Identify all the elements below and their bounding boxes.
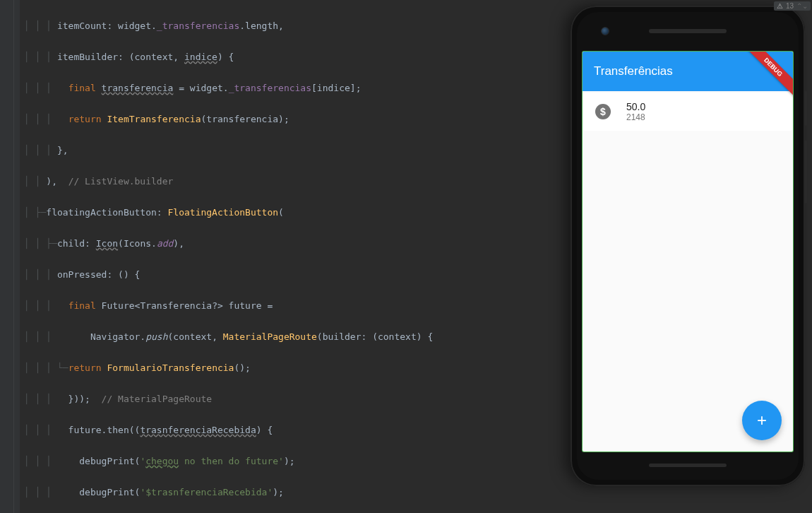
fab-add-button[interactable]: + [742, 401, 782, 440]
analysis-warning-badge[interactable]: ⚠ 13 ⌃⌄ [774, 1, 811, 11]
emulator-screen[interactable]: Transferências DEBUG 50.0 2148 + [583, 52, 793, 452]
warning-icon: ⚠ [777, 2, 783, 10]
warning-count: 13 [786, 2, 794, 10]
plus-icon: + [757, 411, 767, 430]
debug-banner: DEBUG [736, 52, 793, 108]
tile-title: 50.0 [626, 101, 645, 112]
ide-gutter [0, 0, 14, 513]
ide-gutter-fold [14, 0, 20, 513]
power-button[interactable] [805, 90, 807, 126]
monetization-icon [595, 104, 611, 119]
phone-speaker [649, 29, 727, 33]
appbar-title: Transferências [594, 64, 673, 78]
emulator-device-frame: Transferências DEBUG 50.0 2148 + [571, 6, 805, 486]
chevron-icon: ⌃⌄ [796, 2, 808, 10]
tile-subtitle: 2148 [626, 112, 645, 122]
volume-button[interactable] [805, 140, 807, 204]
phone-camera [601, 27, 609, 35]
phone-home-indicator [649, 464, 727, 467]
app-bar: Transferências DEBUG [583, 52, 793, 91]
